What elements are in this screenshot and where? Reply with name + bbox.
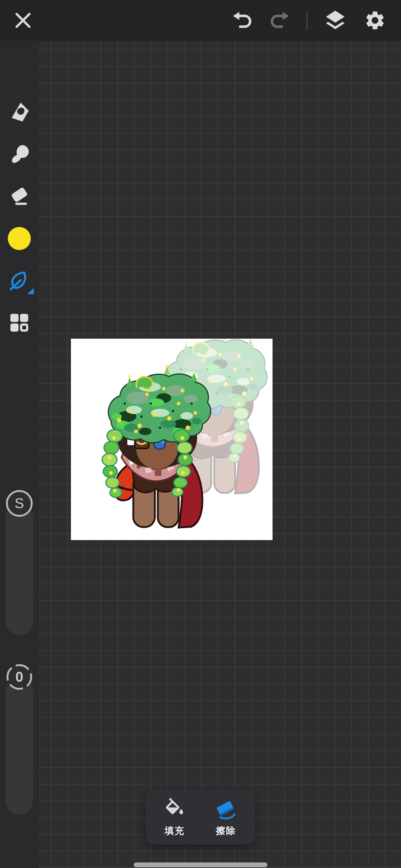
close-button[interactable] — [11, 9, 35, 32]
drawing-canvas[interactable] — [71, 339, 273, 540]
erase-button-label: 擦除 — [216, 825, 236, 837]
layers-button[interactable] — [323, 9, 347, 32]
undo-icon — [232, 10, 253, 31]
gear-icon — [364, 9, 386, 32]
brush-tool-button[interactable] — [7, 100, 31, 124]
top-bar — [0, 0, 401, 41]
fill-erase-panel: 填充 擦除 — [146, 790, 255, 845]
redo-button[interactable] — [268, 9, 291, 32]
leaf-brush-icon — [8, 270, 30, 292]
erase-button[interactable]: 擦除 — [204, 798, 248, 837]
settings-button[interactable] — [363, 9, 387, 32]
redo-icon — [269, 10, 290, 31]
paint-bucket-icon — [163, 798, 186, 821]
blue-eraser-icon — [215, 798, 238, 821]
opacity-slider-knob[interactable]: 0 — [6, 664, 33, 690]
smudge-icon — [9, 142, 30, 164]
opacity-slider-track[interactable] — [6, 677, 33, 815]
brush-size-slider-track[interactable] — [6, 503, 33, 635]
pixel-art-character — [71, 339, 273, 540]
undo-button[interactable] — [231, 9, 254, 32]
fill-button-label: 填充 — [164, 825, 185, 837]
blocks-icon — [9, 312, 30, 333]
smudge-tool-button[interactable] — [7, 141, 31, 165]
close-icon — [13, 11, 33, 30]
blocks-palette-button[interactable] — [7, 311, 31, 335]
eraser-tool-button[interactable] — [7, 184, 31, 207]
brush-size-slider-label: S — [14, 496, 24, 510]
fill-button[interactable]: 填充 — [152, 798, 197, 837]
leaf-brush-options-corner — [27, 288, 34, 294]
eraser-icon — [9, 185, 30, 206]
brush-nib-icon — [9, 101, 30, 123]
topbar-divider — [306, 11, 307, 30]
color-swatch-button[interactable] — [8, 227, 31, 250]
dashed-ring-icon — [6, 664, 33, 690]
brush-size-slider-knob[interactable]: S — [6, 490, 33, 517]
tool-sidebar: S 0 — [0, 41, 39, 868]
home-indicator[interactable] — [134, 862, 267, 867]
layers-icon — [324, 9, 346, 32]
